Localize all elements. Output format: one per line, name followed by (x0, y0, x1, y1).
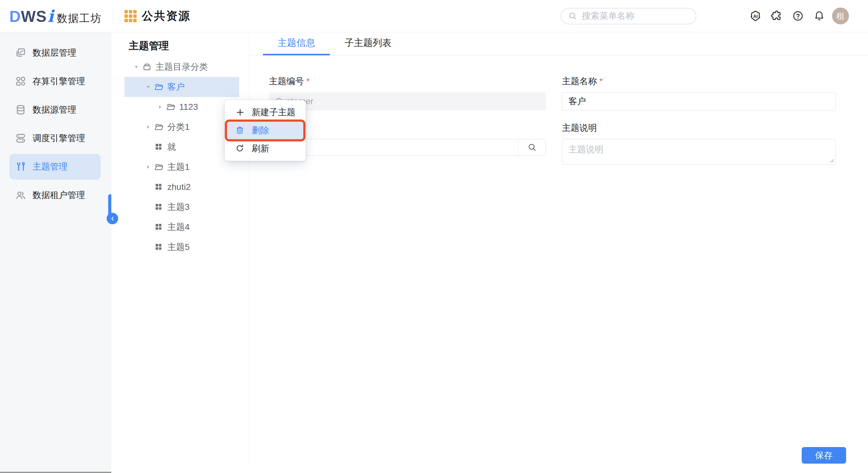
sidebar-item-label: 调度引擎管理 (33, 132, 85, 144)
tree-node-label: zhuti2 (167, 182, 191, 192)
logo-letter-d: D (9, 7, 21, 26)
sidebar-item-label: 数据源管理 (33, 104, 76, 116)
theme-code-input (269, 92, 546, 111)
tree-node-jiu[interactable]: 就 (124, 137, 239, 157)
parent-theme-search-input[interactable] (269, 139, 546, 156)
scheduler-icon (15, 132, 26, 144)
tree-node-customer[interactable]: 客户 (124, 77, 239, 97)
plugin-icon[interactable] (770, 9, 783, 23)
sidebar-item-scheduler[interactable]: 调度引擎管理 (9, 125, 101, 151)
sidebar-item-datasource[interactable]: 数据源管理 (9, 97, 101, 123)
tree-node-label: 主题5 (167, 241, 190, 253)
search-icon (527, 143, 537, 152)
plus-icon (236, 108, 245, 117)
theme-desc-textarea[interactable] (562, 139, 836, 165)
bell-icon[interactable] (813, 9, 826, 23)
chevron-left-icon (110, 216, 115, 221)
header-icon-group: AI (749, 9, 826, 23)
tree-node-label: 主题3 (167, 201, 190, 213)
tree-node-theme5[interactable]: 主题5 (124, 237, 239, 257)
tree-node-theme3[interactable]: 主题3 (124, 197, 239, 217)
logo-letter-i: i (48, 6, 54, 26)
form-left-column: 主题编号* (269, 68, 546, 166)
module-switcher[interactable]: 公共资源 (124, 8, 190, 24)
sidebar-collapse-button[interactable] (106, 213, 118, 224)
tree-node-root[interactable]: 主题目录分类 (124, 57, 239, 77)
caret-down-icon[interactable] (133, 64, 140, 70)
caret-right-icon[interactable] (145, 124, 152, 130)
tree-node-label: 主题目录分类 (155, 61, 208, 73)
theme-name-label: 主题名称* (562, 76, 836, 87)
theme-code-label: 主题编号* (269, 76, 546, 87)
tree-node-theme1[interactable]: 主题1 (124, 157, 239, 177)
logo-product-name: 数据工坊 (57, 11, 102, 26)
tree-node-category1[interactable]: 分类1 (124, 117, 239, 137)
theme-grid-icon (154, 182, 164, 192)
sidebar-item-label: 数据租户管理 (33, 189, 85, 201)
module-grid-icon (124, 10, 137, 22)
folder-icon (154, 162, 164, 172)
save-button-label: 保存 (815, 449, 833, 462)
theme-desc-label: 主题说明 (562, 123, 836, 133)
tree-node-label: 1123 (179, 102, 198, 112)
database-icon (15, 104, 26, 115)
help-icon[interactable] (792, 9, 805, 23)
field-search-button[interactable] (518, 139, 546, 155)
sidebar-item-label: 数据层管理 (33, 47, 76, 59)
hidden-label-spacer (269, 123, 546, 133)
sidebar-item-compute-engine[interactable]: 存算引擎管理 (9, 68, 101, 94)
tree-node-theme4[interactable]: 主题4 (124, 217, 239, 237)
module-name: 公共资源 (142, 8, 190, 24)
menu-item-new-subtheme[interactable]: 新建子主题 (227, 103, 304, 121)
parent-theme-search-field (269, 139, 546, 156)
tab-subtheme-list[interactable]: 子主题列表 (330, 32, 406, 55)
theme-form: 主题编号* 主题 (250, 55, 868, 166)
avatar-text: 租 (836, 11, 844, 22)
menu-item-label: 新建子主题 (252, 106, 296, 118)
sidebar-item-data-layer[interactable]: 数据层管理 (9, 40, 101, 66)
folder-icon (154, 122, 164, 132)
tree-node-label: 分类1 (167, 121, 190, 133)
search-icon (568, 11, 578, 21)
theme-grid-icon (154, 223, 164, 232)
sidebar-item-label: 主题管理 (33, 161, 67, 173)
sidebar-item-tenant[interactable]: 数据租户管理 (9, 182, 101, 208)
tree-node-1123[interactable]: 1123 (124, 97, 239, 117)
search-input[interactable] (582, 11, 689, 21)
sidebar-nav: 数据层管理 存算引擎管理 (0, 32, 111, 473)
app-logo: D WS i 数据工坊 (9, 6, 102, 26)
ai-assistant-icon[interactable]: AI (749, 9, 762, 23)
svg-text:AI: AI (753, 14, 758, 19)
tree-node-zhuti2[interactable]: zhuti2 (124, 177, 239, 197)
menu-item-label: 刷新 (252, 143, 269, 154)
tree-node-label: 主题1 (167, 161, 190, 173)
menu-item-refresh[interactable]: 刷新 (227, 140, 304, 158)
trash-icon (236, 126, 245, 135)
logo-letters-ws: WS (21, 7, 47, 26)
tab-label: 子主题列表 (345, 37, 392, 50)
sidebar-item-theme-management[interactable]: 主题管理 (9, 154, 101, 180)
tree-panel-title: 主题管理 (111, 32, 250, 57)
tab-label: 主题信息 (278, 37, 315, 50)
refresh-icon (236, 144, 245, 153)
theme-grid-icon (154, 242, 164, 252)
theme-tree-panel: 主题管理 主题目录分类 (111, 32, 250, 473)
caret-right-icon[interactable] (145, 164, 152, 170)
caret-down-icon[interactable] (145, 84, 152, 90)
sidebar-scrollbar[interactable] (0, 472, 111, 473)
app-window: D WS i 数据工坊 公共资源 AI (0, 0, 868, 473)
theme-name-input[interactable] (562, 92, 836, 111)
category-box-icon (142, 62, 152, 71)
menu-item-delete[interactable]: 删除 (227, 121, 304, 140)
menu-item-label: 删除 (252, 124, 269, 137)
tab-theme-info[interactable]: 主题信息 (263, 32, 330, 55)
users-icon (15, 189, 26, 201)
menu-search[interactable] (561, 8, 696, 24)
form-right-column: 主题名称* 主题说明 (562, 68, 836, 166)
save-button[interactable]: 保存 (802, 447, 846, 464)
user-avatar[interactable]: 租 (832, 7, 849, 24)
top-header: D WS i 数据工坊 公共资源 AI (0, 0, 868, 32)
compute-engine-icon (15, 76, 26, 87)
caret-right-icon[interactable] (157, 104, 163, 110)
theme-grid-icon (154, 202, 164, 212)
